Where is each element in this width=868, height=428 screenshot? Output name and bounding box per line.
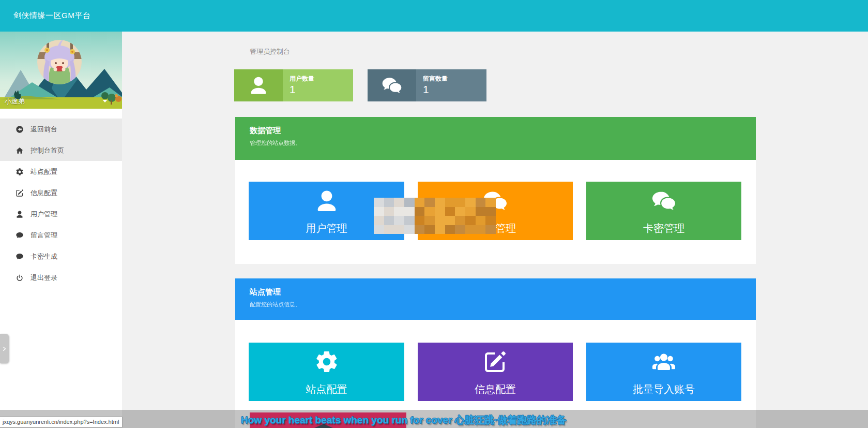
sidebar-item-console-home[interactable]: 控制台首页 [0,140,122,161]
stat-label: 留言数量 [423,75,486,83]
users-icon [586,349,741,374]
app-title: 剑侠情缘一区GM平台 [13,11,90,21]
user-icon [248,75,269,96]
sidebar-item-message-management[interactable]: 留言管理 [0,225,122,246]
sidebar-menu: 返回前台 控制台首页 站点配置 信息配置 用户管理 留言管理 [0,119,122,288]
panel-collapse-handle[interactable] [0,334,9,363]
chevron-right-icon [2,345,7,352]
gear-icon [16,168,24,176]
stat-value: 1 [423,83,486,96]
section-subtitle: 管理您的站点数据。 [250,139,756,147]
username: 小迷弟 [5,97,25,106]
home-icon [16,146,24,155]
sidebar-item-card-key-generate[interactable]: 卡密生成 [0,246,122,267]
arrow-circle-left-icon [16,125,24,134]
comments-icon [382,75,402,96]
comment-icon [16,253,24,261]
section-site-management-header: 站点管理 配置您的站点信息。 [235,278,756,320]
sidebar-item-logout[interactable]: 退出登录 [0,267,122,288]
tile-card-key-management[interactable]: 卡密管理 [586,182,741,240]
stat-user-count[interactable]: 用户数量 1 [234,69,353,101]
gm-admin-screen: 剑侠情缘一区GM平台 [0,0,868,428]
tile-info-config[interactable]: 信息配置 [418,343,573,401]
sidebar-item-back-to-front[interactable]: 返回前台 [0,119,122,140]
edit-icon [418,349,573,374]
stat-message-count[interactable]: 留言数量 1 [368,69,486,101]
tile-batch-import-accounts[interactable]: 批量导入账号 [586,343,741,401]
sidebar-item-user-management[interactable]: 用户管理 [0,203,122,225]
section-title: 站点管理 [250,287,756,297]
section-title: 数据管理 [250,126,756,136]
gear-icon [249,349,404,374]
top-header-bar: 剑侠情缘一区GM平台 [0,0,868,32]
stat-label: 用户数量 [290,75,353,83]
stat-value: 1 [290,83,353,96]
sidebar-item-info-config[interactable]: 信息配置 [0,182,122,203]
page-title: 管理员控制台 [250,47,290,56]
caret-down-icon[interactable] [101,97,109,105]
section-data-management-header: 数据管理 管理您的站点数据。 [235,117,756,160]
edit-icon [16,189,24,197]
karaoke-lyrics: How your heart beats when you run for co… [241,413,566,427]
sidebar: 小迷弟 返回前台 控制台首页 站点配置 信息配置 用户管理 [0,32,122,428]
profile-panel[interactable]: 小迷弟 [0,32,122,109]
user-icon [16,210,24,218]
power-icon [16,274,24,282]
avatar [37,40,82,84]
mosaic-censor [374,198,496,234]
section-subtitle: 配置您的站点信息。 [250,301,756,308]
sidebar-item-site-config[interactable]: 站点配置 [0,161,122,182]
comments-icon [586,188,741,213]
tile-site-config[interactable]: 站点配置 [249,343,404,401]
comment-icon [16,231,24,240]
status-bar-url: jxqys.guanyunrenli.cn/index.php?s=Index.… [0,417,123,427]
